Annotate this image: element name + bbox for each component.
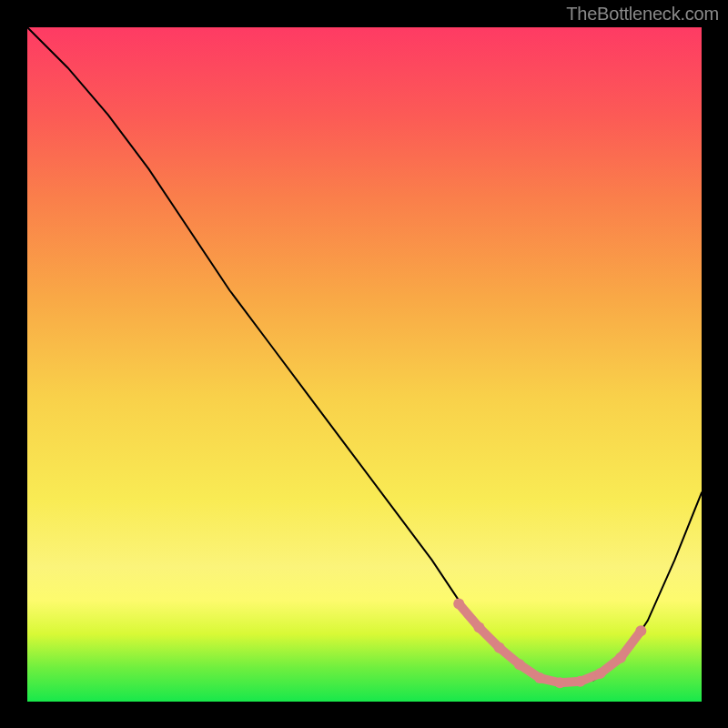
curve-main: [27, 27, 702, 682]
watermark-text: TheBottleneck.com: [566, 4, 719, 25]
highlight-marker: [514, 659, 525, 670]
highlight-segment: [459, 604, 641, 683]
highlight-marker: [635, 625, 646, 636]
chart-frame: TheBottleneck.com: [0, 0, 728, 728]
highlight-marker: [554, 677, 565, 688]
highlight-marker: [595, 668, 606, 679]
highlight-marker: [615, 652, 626, 663]
highlight-marker: [494, 642, 505, 653]
highlight-marker: [473, 622, 484, 632]
plot-area: [27, 27, 702, 702]
highlight-marker: [453, 599, 464, 610]
highlight-marker: [575, 676, 586, 687]
chart-svg: [27, 27, 702, 702]
highlight-marker: [534, 672, 545, 683]
